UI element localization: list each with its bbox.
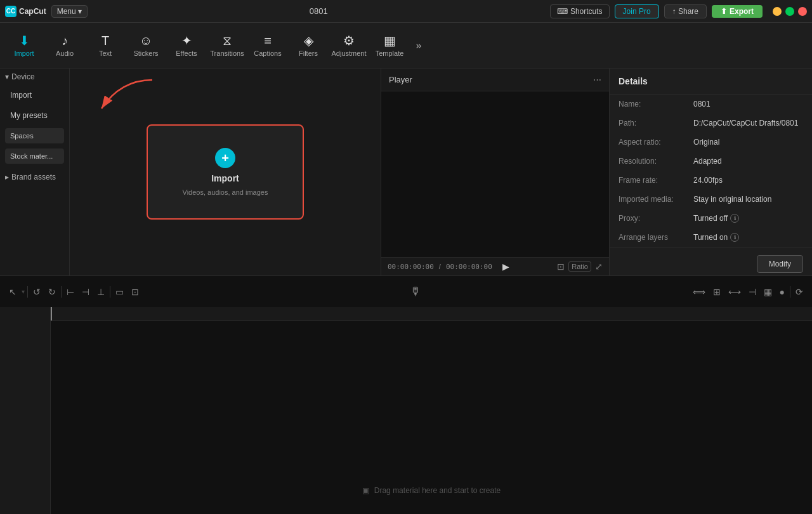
modify-button[interactable]: Modify xyxy=(757,255,803,273)
play-button[interactable]: ▶ xyxy=(502,261,509,272)
select-tool-button[interactable]: ↖ xyxy=(6,285,19,299)
import-drop-zone[interactable]: + Import Videos, audios, and images xyxy=(147,124,304,220)
export-button[interactable]: ⬆ Export xyxy=(712,5,763,18)
minimize-button[interactable] xyxy=(773,7,782,16)
details-footer: Modify xyxy=(610,247,812,275)
tl-tool-4[interactable]: ⊣ xyxy=(746,285,759,299)
logo-icon: CC xyxy=(5,6,16,17)
export-label: Export xyxy=(730,7,754,16)
tl-tool-3[interactable]: ⟷ xyxy=(726,285,743,299)
tool-captions[interactable]: ≡ Captions xyxy=(249,27,287,65)
tool-stickers[interactable]: ☺ Stickers xyxy=(127,27,165,65)
import-icon: ⬇ xyxy=(19,34,30,47)
detail-label-proxy: Proxy: xyxy=(619,214,688,223)
template-icon: ▦ xyxy=(384,34,396,47)
sidebar-my-presets-label: My presets xyxy=(10,111,48,120)
tool-audio[interactable]: ♪ Audio xyxy=(46,27,84,65)
tool-text[interactable]: T Text xyxy=(86,27,124,65)
detail-value-arrange: Turned on ℹ xyxy=(693,233,739,242)
split-left-button[interactable]: ⊢ xyxy=(64,285,77,299)
tool-template[interactable]: ▦ Template xyxy=(370,27,409,65)
detail-row-aspect: Aspect ratio: Original xyxy=(610,133,812,152)
detail-label-arrange: Arrange layers xyxy=(619,233,688,242)
tool-import[interactable]: ⬇ Import xyxy=(5,27,43,65)
annotation-arrow xyxy=(70,74,171,126)
tool-transitions[interactable]: ⧖ Transitions xyxy=(208,27,246,65)
shortcuts-button[interactable]: ⌨ Shortcuts xyxy=(550,4,610,18)
sidebar-import-label: Import xyxy=(10,91,32,100)
time-separator: / xyxy=(439,263,441,270)
details-title: Details xyxy=(610,69,812,95)
import-label: Import xyxy=(14,49,34,57)
undo-button[interactable]: ↺ xyxy=(30,285,43,299)
player-body xyxy=(381,91,609,257)
stickers-icon: ☺ xyxy=(140,34,152,47)
share-button[interactable]: ↑ Share xyxy=(664,4,707,18)
sidebar-item-my-presets[interactable]: My presets xyxy=(3,106,67,125)
sidebar-brand-assets-label: Brand assets xyxy=(11,173,56,181)
share-icon: ↑ xyxy=(672,7,678,16)
chevron-down-icon: ▾ xyxy=(5,72,9,81)
tl-tool-2[interactable]: ⊞ xyxy=(710,285,723,299)
detail-row-proxy: Proxy: Turned off ℹ xyxy=(610,209,812,228)
center-content: + Import Videos, audios, and images xyxy=(70,69,381,275)
sidebar-device-section[interactable]: ▾ Device xyxy=(0,69,69,85)
split-both-button[interactable]: ⊥ xyxy=(95,285,107,299)
detail-row-name: Name: 0801 xyxy=(610,95,812,114)
player-menu-icon[interactable]: ⋯ xyxy=(593,75,601,84)
zoom-reset-button[interactable]: ⟳ xyxy=(793,285,806,299)
close-button[interactable] xyxy=(798,7,807,16)
tl-tool-1[interactable]: ⟺ xyxy=(690,285,708,299)
player-title: Player xyxy=(389,75,412,84)
detail-value-imported-media: Stay in original location xyxy=(693,195,771,204)
maximize-button[interactable] xyxy=(785,7,794,16)
detail-value-proxy: Turned off ℹ xyxy=(693,214,739,223)
proxy-info-icon[interactable]: ℹ xyxy=(730,214,739,223)
sidebar-stock-button[interactable]: Stock mater... xyxy=(5,148,64,164)
arrange-info-icon[interactable]: ℹ xyxy=(730,233,739,242)
drag-hint: ▣ Drag material here and start to create xyxy=(362,486,501,495)
join-pro-button[interactable]: Join Pro xyxy=(615,4,659,18)
tl-tool-5[interactable]: ▦ xyxy=(761,285,775,299)
audio-icon: ♪ xyxy=(62,34,68,47)
effects-icon: ✦ xyxy=(181,34,192,47)
redo-button[interactable]: ↻ xyxy=(46,285,58,299)
menu-chevron-icon: ▾ xyxy=(78,7,82,16)
detail-label-framerate: Frame rate: xyxy=(619,176,688,185)
detail-value-aspect: Original xyxy=(693,138,719,147)
tool-adjustment[interactable]: ⚙ Adjustment xyxy=(330,27,368,65)
tool-filters[interactable]: ◈ Filters xyxy=(289,27,327,65)
drag-hint-text: Drag material here and start to create xyxy=(374,486,501,495)
sidebar-device-label: Device xyxy=(11,72,35,81)
tl-tool-6[interactable]: ● xyxy=(777,285,787,299)
toolbar-more-button[interactable]: » xyxy=(411,27,426,65)
tool-effects[interactable]: ✦ Effects xyxy=(167,27,206,65)
crop-button[interactable]: ⊡ xyxy=(129,285,141,299)
detail-value-name: 0801 xyxy=(693,100,710,109)
sidebar-item-import[interactable]: Import xyxy=(3,86,67,105)
menu-button[interactable]: Menu ▾ xyxy=(51,5,88,18)
fullscreen-icon[interactable]: ⤢ xyxy=(595,261,603,272)
detail-row-arrange: Arrange layers Turned on ℹ xyxy=(610,228,812,247)
app-name: CapCut xyxy=(19,7,46,16)
timeline-tracks: ▣ Drag material here and start to create xyxy=(51,321,812,514)
sidebar-spaces-button[interactable]: Spaces xyxy=(5,128,64,143)
sidebar-brand-assets-section[interactable]: ▸ Brand assets xyxy=(0,169,69,185)
drag-icon: ▣ xyxy=(362,486,369,495)
rect-button[interactable]: ▭ xyxy=(113,285,126,299)
detail-label-path: Path: xyxy=(619,119,688,128)
fit-icon[interactable]: ⊡ xyxy=(557,261,565,272)
detail-value-resolution: Adapted xyxy=(693,157,722,166)
text-icon: T xyxy=(102,34,109,47)
stickers-label: Stickers xyxy=(133,49,158,57)
topbar: CC CapCut Menu ▾ 0801 ⌨ Shortcuts Join P… xyxy=(0,0,812,23)
import-plus-icon: + xyxy=(215,148,235,168)
details-panel: Details Name: 0801 Path: D:/CapCut/CapCu… xyxy=(609,69,812,275)
player-action-btns: ⊡ Ratio ⤢ xyxy=(557,261,603,272)
playhead xyxy=(51,307,52,320)
detail-label-name: Name: xyxy=(619,100,688,109)
microphone-icon[interactable]: 🎙 xyxy=(410,285,421,298)
ratio-button[interactable]: Ratio xyxy=(568,261,591,272)
template-label: Template xyxy=(376,49,404,57)
split-right-button[interactable]: ⊣ xyxy=(79,285,92,299)
